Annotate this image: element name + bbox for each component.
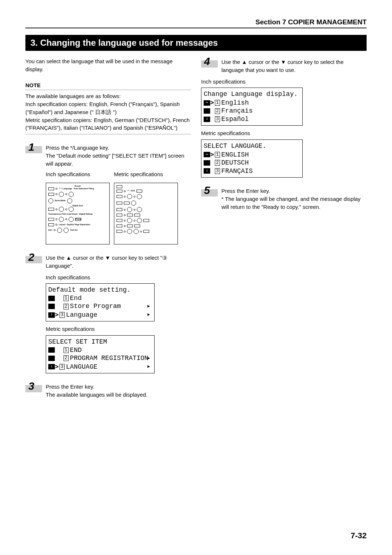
page-number: 7-32 <box>351 531 367 540</box>
panel-label: ＊ / Language <box>59 188 72 190</box>
step-text: Press the Enter key. * The language will… <box>221 186 367 211</box>
lcd-item: Language <box>66 311 97 319</box>
step-number: 5 <box>204 185 210 196</box>
panel-label: Layout <box>59 224 65 226</box>
panel-label: Book Mode <box>55 200 66 202</box>
lcd-item: END <box>70 347 82 354</box>
lcd-item: Store Program <box>70 303 121 310</box>
lcd-item: FRANÇAIS <box>221 167 253 175</box>
step-text: Press the */Language key. The "Default m… <box>46 143 191 167</box>
lcd-title: Default mode setting. <box>48 286 151 294</box>
panel-label: Sort <box>48 229 52 231</box>
step-3: 3 Press the Enter key. The available lan… <box>25 382 191 399</box>
lcd-title: Change Language display. <box>204 90 299 98</box>
step-5: 5 Press the Enter key. * The language wi… <box>201 186 367 211</box>
step-text: Use the ▲ cursor or the ▼ cursor key to … <box>221 57 367 74</box>
step-1: 1 Press the */Language key. The "Default… <box>25 143 191 167</box>
metric-label: Metric specifications <box>201 129 367 137</box>
panel-label: Auto Ex <box>70 229 78 231</box>
lcd-item: Español <box>221 116 249 123</box>
step-text: Use the ▲ cursor or the ▼ cursor key to … <box>46 253 191 270</box>
section-header: Section 7 COPIER MANAGEMENT <box>25 18 367 28</box>
panel-label: Digital Editing <box>79 213 93 215</box>
lcd-item: DEUTSCH <box>221 159 249 166</box>
lcd-default-mode-inch: Default mode setting. 1End 2Store Progra… <box>46 283 155 321</box>
page-title: 3. Changing the language used for messag… <box>25 35 367 51</box>
lcd-select-set-item-metric: SELECT SET ITEM 1END 2PROGRAM REGISTRATI… <box>46 335 155 373</box>
note-line: The available languages are as follows: <box>25 92 191 100</box>
lcd-item: PROGRAM REGISTRATION <box>70 355 148 362</box>
metric-label: Metric specifications <box>114 170 178 178</box>
intro-text: You can select the language that will be… <box>25 57 191 73</box>
inch-label: Inch specifications <box>46 274 191 281</box>
inch-label: Inch specifications <box>201 78 367 86</box>
step-number: 1 <box>28 142 34 153</box>
step-number: 4 <box>204 56 210 67</box>
lcd-item: LANGUAGE <box>66 363 97 370</box>
inch-label: Inch specifications <box>46 170 110 178</box>
note-line: Inch specification copiers: English, Fre… <box>25 100 191 116</box>
lcd-change-language-inch: Change Language display. ⇨>1English 2Fra… <box>201 88 303 126</box>
step-number: 2 <box>28 252 34 263</box>
lcd-item: End <box>70 295 82 302</box>
lcd-item: ENGLISH <box>221 151 249 158</box>
step-number: 3 <box>28 381 34 392</box>
lcd-item: Français <box>221 107 253 114</box>
lcd-title: SELECT SET ITEM <box>48 338 151 346</box>
note-body: The available languages are as follows: … <box>25 92 191 134</box>
note-label: NOTE <box>25 81 191 90</box>
lcd-item: English <box>221 99 249 106</box>
step-text: Press the Enter key. The available langu… <box>46 382 191 399</box>
panel-label: Transparency Film/ Card Stock <box>48 213 78 215</box>
panel-label: ＊ / AÄÅ <box>127 190 135 192</box>
lcd-title: SELECT LANGUAGE. <box>204 142 299 150</box>
panel-label: Auto Selection/ Filing <box>74 188 94 190</box>
panel-label: Duplex/ Page Separation <box>67 224 90 226</box>
note-line: Metric specification copiers: English, G… <box>25 116 191 132</box>
lcd-select-language-metric: SELECT LANGUAGE. ⇨>1ENGLISH 2DEUTSCH ⇩ 3… <box>201 139 303 178</box>
step-4: 4 Use the ▲ cursor or the ▼ cursor key t… <box>201 57 367 74</box>
control-panel-inch: Punch ＊ / LanguageAuto Selection/ Filing… <box>46 183 110 244</box>
metric-label: Metric specifications <box>46 325 191 333</box>
panel-label: Preset <box>75 218 81 221</box>
step-2: 2 Use the ▲ cursor or the ▼ cursor key t… <box>25 253 191 270</box>
control-panel-metric: ＊ / AÄÅ <box>114 183 178 244</box>
